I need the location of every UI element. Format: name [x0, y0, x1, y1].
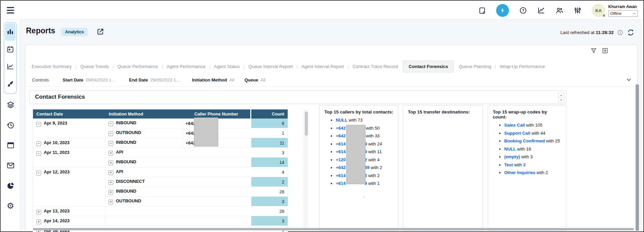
expand-toggle-icon[interactable]: + [36, 220, 41, 224]
expand-toggle-icon[interactable]: + [108, 190, 113, 195]
collapse-toggle-icon[interactable]: − [36, 122, 41, 127]
tab-contact-forensics[interactable]: Contact Forensics [403, 61, 454, 72]
expand-toggle-icon[interactable]: + [36, 210, 41, 214]
tab-queue-planning[interactable]: Queue Planning [455, 64, 495, 69]
tab-queue-interval-report[interactable]: Queue Interval Report [245, 64, 297, 69]
col-count[interactable]: Count [250, 109, 288, 119]
sidebar-item-application[interactable] [6, 141, 15, 150]
wrapup-link[interactable]: Booking Confirmed [504, 138, 545, 143]
caller-link[interactable]: +614 [336, 149, 346, 154]
horizontal-scrollbar-thumb[interactable] [33, 228, 634, 230]
expand-toggle-icon[interactable]: + [108, 170, 113, 175]
tab-agent-status[interactable]: Agent Status [210, 64, 244, 69]
caller-link[interactable]: +642 [336, 165, 346, 170]
section-title: Contact Forensics [35, 94, 85, 100]
line-chart-icon [6, 63, 14, 70]
control-initiation-method[interactable]: Initiation MethodAll [192, 77, 234, 82]
download-icon[interactable] [602, 47, 608, 54]
collapse-toggle-icon[interactable]: − [36, 171, 41, 175]
collapse-toggle-icon[interactable]: − [108, 131, 113, 136]
table-row[interactable]: +Apr 14, 2023 3 [33, 216, 288, 226]
collapse-toggle-icon[interactable]: − [36, 151, 41, 156]
spinner-down-icon[interactable]: ▼ [558, 98, 564, 102]
expand-toggle-icon[interactable]: + [108, 180, 113, 185]
sidebar-item-line-chart[interactable] [5, 58, 15, 75]
list-item: Support Call with 44 [504, 131, 561, 136]
status-select[interactable]: Offline [608, 10, 638, 17]
tab-queue-performance[interactable]: Queue Performance [114, 64, 162, 69]
control-queue[interactable]: QueueAll [245, 77, 265, 82]
wrapup-link[interactable]: Test [504, 162, 513, 167]
sidebar-item-design[interactable] [5, 75, 15, 93]
vertical-scrollbar-thumb[interactable] [636, 84, 639, 231]
hamburger-menu-icon[interactable] [7, 7, 14, 13]
col-caller-phone[interactable]: Caller Phone Number [182, 109, 250, 119]
wrapup-link[interactable]: (empty) [504, 154, 520, 159]
list-item: NULL with 73 [336, 118, 393, 123]
expand-toggle-icon[interactable]: + [108, 161, 113, 165]
control-end-date[interactable]: End Date29/05/2023 1... [129, 77, 180, 82]
sidebar-item-history[interactable] [6, 121, 15, 129]
section-spinner[interactable]: ▲ ▼ [558, 93, 564, 102]
avatar[interactable]: KA [592, 4, 605, 17]
preferences-sliders-icon[interactable] [574, 6, 582, 14]
tab-contract-trace-record[interactable]: Contract Trace Record [349, 64, 402, 69]
sidebar-item-settings[interactable]: ⚙ [6, 201, 15, 210]
calendar-icon [6, 45, 14, 53]
tab-wrap-up-performance[interactable]: Wrap-Up Performance [496, 64, 549, 69]
tab-queue-trends[interactable]: Queue Trends [76, 64, 112, 69]
controls-collapse-chevron-icon[interactable] [626, 77, 632, 83]
info-icon[interactable] [617, 29, 623, 36]
sidebar-item-mail[interactable] [6, 161, 15, 170]
wrapup-link[interactable]: Sales Call [504, 123, 525, 128]
last-refreshed-text: Last refreshed at 11:28:32 [560, 30, 614, 35]
wrapup-link[interactable]: Other Inquiries [504, 170, 535, 175]
control-start-date[interactable]: Start Date09/04/2023 1... [63, 77, 115, 82]
expand-toggle-icon[interactable]: + [108, 151, 113, 156]
sidebar-item-layers[interactable] [6, 100, 15, 109]
caller-link[interactable]: +642 [336, 126, 346, 131]
caller-link[interactable]: +642 [336, 133, 346, 138]
app-window: ? KA Khurram Awan Offline [0, 0, 644, 232]
col-initiation-method[interactable]: Initiation Method [105, 109, 182, 119]
table-row[interactable]: +Apr 13, 2023 28 [33, 206, 288, 216]
table-row[interactable]: −Apr 10, 2023 −INBOUND +642 11 [33, 138, 288, 148]
page-title: Reports [26, 26, 55, 35]
panel-title: Top 15 transfer destinations: [408, 109, 478, 114]
collapse-toggle-icon[interactable]: − [108, 122, 113, 126]
tab-agent-performance[interactable]: Agent Performance [163, 64, 209, 69]
caller-link[interactable]: +120 [336, 157, 346, 162]
panel-title: Top 15 callers by total contacts: [324, 109, 393, 114]
col-contact-date[interactable]: Contact Date [33, 109, 105, 119]
table-row[interactable]: −Apr 11, 2023 +API 3 [33, 148, 288, 158]
caller-link[interactable]: +614 [336, 173, 346, 178]
help-icon[interactable]: ? [519, 6, 527, 14]
report-tabs: Executive Summary | Queue Trends | Queue… [28, 60, 597, 73]
wrapup-link[interactable]: NULL [504, 146, 516, 152]
refresh-icon[interactable] [627, 29, 635, 36]
collapse-toggle-icon[interactable]: − [36, 141, 41, 146]
sidebar-item-calendar[interactable] [5, 41, 15, 58]
wrapup-link[interactable]: Support Call [504, 131, 530, 136]
quick-connect-bolt-icon[interactable] [496, 4, 509, 17]
table-row[interactable]: −Apr 9, 2023 −INBOUND +642 8 [33, 119, 288, 128]
caller-link[interactable]: +614 [336, 141, 346, 146]
sidebar-item-pie-chart[interactable] [6, 181, 15, 190]
table-row[interactable]: −Apr 12, 2023 +API 4 [33, 167, 288, 177]
tab-executive-summary[interactable]: Executive Summary [28, 64, 75, 69]
table-scrollbar[interactable] [304, 109, 308, 231]
collapse-toggle-icon[interactable]: − [108, 141, 113, 146]
team-icon[interactable] [555, 6, 564, 14]
tab-agent-interval-report[interactable]: Agent Interval Report [298, 64, 348, 69]
table-scrollbar-thumb[interactable] [305, 111, 308, 136]
sidebar-item-analytics[interactable] [5, 23, 15, 41]
external-link-icon[interactable] [96, 28, 104, 36]
expand-toggle-icon[interactable]: + [108, 200, 113, 204]
caller-link[interactable]: +614 [336, 181, 346, 186]
filter-icon[interactable] [590, 47, 597, 54]
panel-title: Top 15 wrap-up codes by count: [493, 109, 561, 120]
spinner-up-icon[interactable]: ▲ [558, 93, 564, 98]
notes-icon[interactable] [478, 6, 486, 14]
caller-link[interactable]: NULL [336, 118, 348, 123]
metrics-icon[interactable] [537, 6, 545, 14]
